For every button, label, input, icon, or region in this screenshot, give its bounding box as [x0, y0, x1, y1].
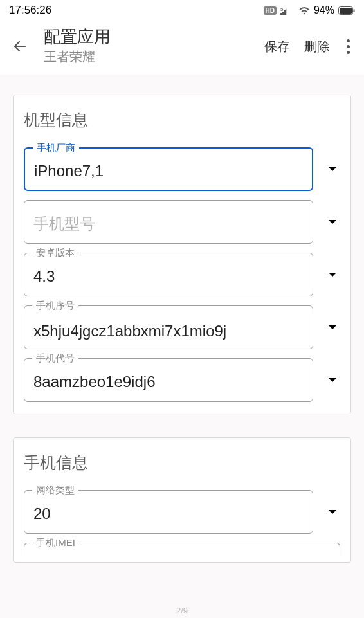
overflow-menu-button[interactable] [344, 37, 352, 57]
section-title: 手机信息 [24, 452, 340, 473]
vendor-label: 手机厂商 [33, 142, 79, 154]
page-title: 配置应用 [44, 27, 264, 47]
codename-label: 手机代号 [32, 352, 78, 365]
page-subtitle: 王者荣耀 [44, 48, 264, 66]
content-area: 机型信息 手机厂商 iPhone7,1 手机型号 安卓版本 4.3 [0, 95, 364, 563]
imei-row: 手机IMEI [24, 543, 340, 556]
battery-icon [338, 6, 355, 15]
codename-row: 手机代号 8aamzbeo1e9idj6 [24, 358, 340, 402]
model-field[interactable]: 手机型号 [24, 200, 313, 244]
vendor-row: 手机厂商 iPhone7,1 [24, 147, 340, 191]
hd-badge: HD [264, 6, 277, 15]
svg-point-5 [304, 13, 305, 15]
vendor-field[interactable]: 手机厂商 iPhone7,1 [24, 147, 313, 191]
serial-value: x5hju4jgcz1abbxmi7x1mio9j [33, 323, 226, 340]
serial-field[interactable]: 手机序号 x5hju4jgcz1abbxmi7x1mio9j [24, 305, 313, 349]
chevron-down-icon [328, 377, 337, 383]
serial-dropdown-button[interactable] [325, 325, 340, 330]
save-button[interactable]: 保存 [264, 38, 290, 55]
vendor-dropdown-button[interactable] [325, 167, 340, 172]
menu-dot-icon [347, 45, 350, 48]
network-type-row: 网络类型 20 [24, 490, 340, 534]
chevron-down-icon [328, 325, 337, 330]
menu-dot-icon [347, 51, 350, 54]
codename-field[interactable]: 手机代号 8aamzbeo1e9idj6 [24, 358, 313, 402]
section-title: 机型信息 [24, 109, 340, 131]
network-type-value: 20 [33, 505, 51, 522]
header-actions: 保存 删除 [264, 37, 352, 57]
chevron-down-icon [328, 167, 337, 172]
android-version-value: 4.3 [33, 268, 55, 285]
svg-rect-8 [354, 9, 355, 12]
battery-percent: 94% [314, 5, 334, 16]
model-row: 手机型号 [24, 200, 340, 244]
page-indicator: 2/9 [176, 606, 188, 615]
svg-rect-3 [284, 10, 286, 15]
android-version-dropdown-button[interactable] [325, 272, 340, 277]
codename-dropdown-button[interactable] [325, 377, 340, 383]
model-dropdown-button[interactable] [325, 219, 340, 224]
android-version-label: 安卓版本 [32, 247, 78, 259]
android-version-row: 安卓版本 4.3 [24, 253, 340, 296]
android-version-field[interactable]: 安卓版本 4.3 [24, 253, 313, 296]
network-type-label: 网络类型 [32, 484, 78, 496]
codename-value: 8aamzbeo1e9idj6 [33, 374, 155, 390]
status-bar: 17:56:26 HD 5G 94% [0, 0, 364, 19]
header-titles: 配置应用 王者荣耀 [44, 27, 264, 66]
vendor-value: iPhone7,1 [34, 163, 104, 179]
delete-button[interactable]: 删除 [304, 38, 330, 55]
network-type-dropdown-button[interactable] [325, 509, 340, 514]
serial-label: 手机序号 [32, 300, 78, 312]
back-button[interactable] [12, 38, 28, 55]
phone-info-section: 手机信息 网络类型 20 手机IMEI [13, 437, 351, 563]
status-icons: HD 5G 94% [264, 5, 355, 16]
status-time: 17:56:26 [9, 4, 51, 17]
chevron-down-icon [328, 272, 337, 277]
model-placeholder: 手机型号 [33, 214, 95, 234]
svg-rect-4 [286, 9, 287, 15]
menu-dot-icon [347, 39, 350, 42]
chevron-down-icon [328, 509, 337, 514]
svg-rect-7 [340, 8, 352, 14]
device-info-section: 机型信息 手机厂商 iPhone7,1 手机型号 安卓版本 4.3 [13, 95, 351, 414]
chevron-down-icon [328, 219, 337, 224]
imei-field[interactable]: 手机IMEI [24, 543, 340, 556]
app-header: 配置应用 王者荣耀 保存 删除 [0, 19, 364, 75]
signal-icon: 5G [280, 6, 295, 15]
svg-rect-1 [280, 13, 282, 15]
svg-rect-2 [282, 12, 284, 15]
wifi-icon [298, 6, 310, 15]
network-type-field[interactable]: 网络类型 20 [24, 490, 313, 534]
back-arrow-icon [12, 39, 28, 54]
serial-row: 手机序号 x5hju4jgcz1abbxmi7x1mio9j [24, 305, 340, 349]
imei-label: 手机IMEI [32, 537, 79, 549]
